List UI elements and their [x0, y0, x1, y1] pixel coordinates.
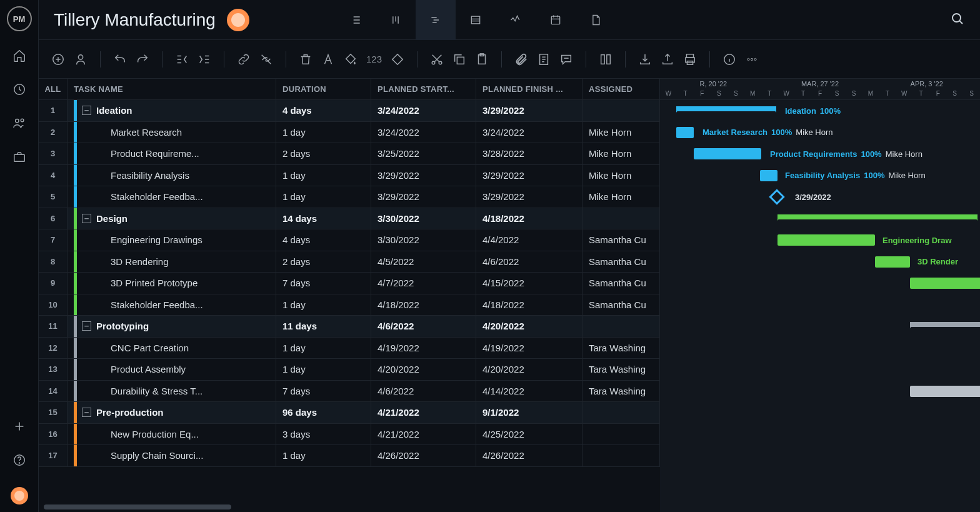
milestone-icon[interactable]	[391, 53, 404, 66]
finish-cell[interactable]: 4/15/2022	[476, 273, 582, 294]
horizontal-scrollbar[interactable]	[39, 504, 620, 511]
table-row[interactable]: 93D Printed Prototype7 days4/7/20224/15/…	[39, 273, 660, 294]
task-name-cell[interactable]: Stakeholder Feedba...	[68, 294, 276, 316]
duration-cell[interactable]: 7 days	[276, 381, 371, 402]
start-cell[interactable]: 4/21/2022	[371, 424, 476, 445]
duration-cell[interactable]: 1 day	[276, 338, 371, 359]
finish-cell[interactable]: 3/29/2022	[476, 186, 582, 208]
gantt-bar[interactable]	[778, 214, 978, 219]
duration-cell[interactable]: 7 days	[276, 273, 371, 294]
wbs-number[interactable]: 123	[366, 54, 382, 64]
task-name-cell[interactable]: 3D Rendering	[68, 251, 276, 273]
finish-cell[interactable]: 3/24/2022	[476, 122, 582, 143]
unlink-icon[interactable]	[259, 53, 273, 66]
duration-cell[interactable]: 2 days	[276, 251, 371, 273]
table-row[interactable]: 12CNC Part Creation1 day4/19/20224/19/20…	[39, 338, 660, 359]
gantt-bar[interactable]	[694, 148, 761, 159]
assigned-cell[interactable]: Tara Washing	[582, 359, 660, 380]
table-row[interactable]: 13Product Assembly1 day4/20/20224/20/202…	[39, 359, 660, 381]
start-cell[interactable]: 4/6/2022	[371, 316, 476, 337]
finish-cell[interactable]: 4/20/2022	[476, 316, 582, 337]
task-name-cell[interactable]: Engineering Drawings	[68, 229, 276, 251]
start-cell[interactable]: 3/30/2022	[371, 229, 476, 251]
start-cell[interactable]: 3/25/2022	[371, 143, 476, 164]
fill-icon[interactable]	[344, 53, 358, 66]
outdent-icon[interactable]	[175, 53, 189, 66]
view-list-icon[interactable]	[336, 0, 376, 40]
assigned-cell[interactable]: Mike Horn	[582, 143, 660, 164]
gantt-bar[interactable]	[760, 170, 778, 181]
view-gantt-icon[interactable]	[416, 0, 456, 40]
table-row[interactable]: 6−Design14 days3/30/20224/18/2022	[39, 208, 660, 230]
search-icon[interactable]	[950, 11, 965, 29]
more-icon[interactable]	[745, 53, 759, 66]
start-cell[interactable]: 4/19/2022	[371, 338, 476, 359]
assigned-cell[interactable]: Mike Horn	[582, 186, 660, 208]
table-row[interactable]: 11−Prototyping11 days4/6/20224/20/2022	[39, 316, 660, 338]
task-name-cell[interactable]: New Production Eq...	[68, 424, 276, 445]
import-icon[interactable]	[638, 53, 652, 66]
view-calendar-icon[interactable]	[536, 0, 576, 40]
gantt-bar[interactable]	[910, 278, 980, 289]
finish-cell[interactable]: 4/14/2022	[476, 381, 582, 402]
export-icon[interactable]	[661, 53, 674, 66]
duration-cell[interactable]: 1 day	[276, 186, 371, 208]
col-all[interactable]: ALL	[39, 79, 68, 99]
duration-cell[interactable]: 1 day	[276, 165, 371, 186]
col-finish[interactable]: PLANNED FINISH ...	[476, 79, 582, 99]
finish-cell[interactable]: 4/26/2022	[476, 445, 582, 466]
gantt-bar[interactable]	[676, 127, 694, 138]
finish-cell[interactable]: 4/18/2022	[476, 294, 582, 316]
task-name-cell[interactable]: Stakeholder Feedba...	[68, 186, 276, 208]
assigned-cell[interactable]	[582, 445, 660, 466]
cut-icon[interactable]	[430, 53, 444, 66]
view-board-icon[interactable]	[376, 0, 416, 40]
finish-cell[interactable]: 4/4/2022	[476, 229, 582, 251]
paste-icon[interactable]	[475, 53, 489, 66]
task-name-cell[interactable]: −Pre-production	[68, 402, 276, 423]
delete-icon[interactable]	[299, 53, 312, 66]
duration-cell[interactable]: 14 days	[276, 208, 371, 229]
briefcase-icon[interactable]	[12, 150, 26, 166]
collapse-icon[interactable]: −	[82, 321, 91, 331]
link-icon[interactable]	[237, 53, 251, 66]
clock-icon[interactable]	[12, 83, 26, 99]
task-name-cell[interactable]: Feasibility Analysis	[68, 165, 276, 186]
start-cell[interactable]: 4/21/2022	[371, 402, 476, 423]
assigned-cell[interactable]	[582, 402, 660, 423]
table-row[interactable]: 7Engineering Drawings4 days3/30/20224/4/…	[39, 229, 660, 251]
task-name-cell[interactable]: CNC Part Creation	[68, 338, 276, 359]
finish-cell[interactable]: 4/25/2022	[476, 424, 582, 445]
logo[interactable]: PM	[7, 6, 32, 31]
comment-icon[interactable]	[559, 53, 573, 66]
col-duration[interactable]: DURATION	[276, 79, 371, 99]
start-cell[interactable]: 4/5/2022	[371, 251, 476, 273]
table-row[interactable]: 3Product Requireme...2 days3/25/20223/28…	[39, 143, 660, 165]
table-row[interactable]: 4Feasibility Analysis1 day3/29/20223/29/…	[39, 165, 660, 187]
font-icon[interactable]	[321, 53, 335, 66]
finish-cell[interactable]: 3/29/2022	[476, 100, 582, 121]
start-cell[interactable]: 4/7/2022	[371, 273, 476, 294]
col-assigned[interactable]: ASSIGNED	[582, 79, 660, 99]
finish-cell[interactable]: 3/28/2022	[476, 143, 582, 164]
view-dashboard-icon[interactable]	[496, 0, 536, 40]
people-icon[interactable]	[12, 116, 26, 133]
start-cell[interactable]: 4/6/2022	[371, 381, 476, 402]
table-row[interactable]: 2Market Research1 day3/24/20223/24/2022M…	[39, 122, 660, 144]
gantt-bar[interactable]	[875, 256, 910, 268]
duration-cell[interactable]: 11 days	[276, 316, 371, 337]
duration-cell[interactable]: 2 days	[276, 143, 371, 164]
collapse-icon[interactable]: −	[82, 214, 91, 223]
start-cell[interactable]: 4/26/2022	[371, 445, 476, 466]
duration-cell[interactable]: 1 day	[276, 445, 371, 466]
gantt-bar[interactable]	[910, 322, 980, 327]
attachment-icon[interactable]	[514, 53, 528, 66]
table-row[interactable]: 16New Production Eq...3 days4/21/20224/2…	[39, 424, 660, 446]
collapse-icon[interactable]: −	[82, 106, 91, 115]
help-icon[interactable]	[12, 453, 26, 469]
finish-cell[interactable]: 4/20/2022	[476, 359, 582, 380]
notes-icon[interactable]	[537, 53, 551, 66]
table-row[interactable]: 17Supply Chain Sourci...1 day4/26/20224/…	[39, 445, 660, 467]
task-name-cell[interactable]: Durability & Stress T...	[68, 381, 276, 402]
copy-icon[interactable]	[452, 53, 466, 66]
